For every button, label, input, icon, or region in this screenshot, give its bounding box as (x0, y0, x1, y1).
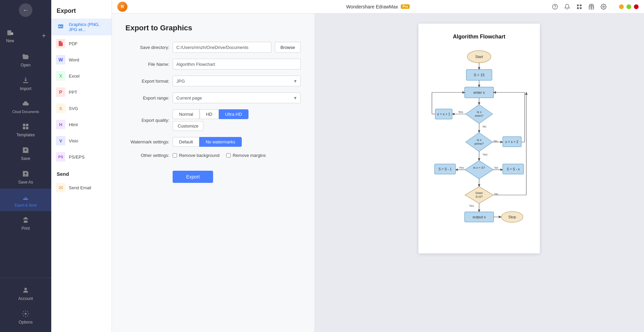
quality-buttons: Normal HD Ultra HD (173, 109, 248, 119)
titlebar: R Wondershare EdrawMax Pro (112, 0, 644, 13)
svg-rect-5 (23, 127, 25, 129)
watermark-none-button[interactable]: No watermarks (199, 137, 241, 147)
svg-text:even?: even? (475, 114, 484, 117)
svg-text:Yes: Yes (458, 110, 463, 114)
apps-icon[interactable] (575, 2, 584, 11)
export-menu-send-email-label: Send Email (69, 185, 91, 190)
sidebar-item-label-print: Print (22, 226, 30, 231)
sidebar-item-save-as[interactable]: AS Save As (0, 165, 51, 189)
svg-text:x = x + 2: x = x + 2 (505, 140, 519, 144)
sidebar: ← New + Open (0, 0, 51, 332)
export-format-wrapper: JPG PNG BMP SVG PDF ▼ (173, 76, 301, 86)
minimize-button[interactable] (619, 4, 624, 9)
save-as-icon: AS (21, 169, 30, 178)
browse-button[interactable]: Browse (275, 42, 301, 53)
export-quality-row: Export quality: Normal HD Ultra HD Custo… (125, 109, 301, 131)
export-menu-svg[interactable]: S SVG (51, 100, 112, 116)
content-body: Export to Graphics Save directory: Brows… (112, 13, 644, 332)
export-menu-pseps[interactable]: PS PS/EPS (51, 149, 112, 165)
import-icon (21, 76, 30, 85)
svg-text:Is x: Is x (477, 138, 482, 142)
pro-badge: Pro (401, 4, 410, 9)
watermark-buttons: Default No watermarks (173, 137, 242, 147)
export-menu-pdf[interactable]: PDF PDF (51, 35, 112, 52)
remove-background-checkbox-label[interactable]: Remove background (173, 153, 219, 158)
export-menu-ppt[interactable]: P PPT (51, 84, 112, 100)
sidebar-item-cloud[interactable]: Cloud Documents (0, 95, 51, 118)
quality-hd-button[interactable]: HD (200, 109, 219, 119)
svg-rect-17 (577, 4, 579, 6)
export-format-label: Export format: (125, 79, 169, 84)
options-icon (21, 309, 30, 319)
sidebar-item-save[interactable]: Save (0, 141, 51, 165)
svg-rect-6 (26, 127, 28, 129)
quality-group: Normal HD Ultra HD Customize (173, 109, 248, 131)
sidebar-item-import[interactable]: Import (0, 72, 51, 95)
remove-margins-checkbox-label[interactable]: Remove margins (226, 153, 266, 158)
svg-text:Yes: Yes (469, 204, 474, 208)
export-range-select[interactable]: Current page All pages Selected (173, 92, 301, 103)
export-menu-send-email[interactable]: ✉ Send Email (51, 179, 112, 196)
sidebar-nav: New + Open Import (0, 20, 51, 238)
send-section-title: Send (51, 165, 112, 179)
svg-point-10 (24, 288, 27, 290)
gift-icon[interactable] (587, 2, 596, 11)
export-menu-word[interactable]: W Word (51, 52, 112, 68)
svg-text:enter x: enter x (473, 90, 485, 94)
sidebar-item-options[interactable]: Options (0, 305, 51, 329)
quality-normal-button[interactable]: Normal (173, 109, 200, 119)
sidebar-item-label-cloud: Cloud Documents (12, 110, 39, 114)
customize-button[interactable]: Customize (173, 121, 203, 131)
export-menu-visio-label: Visio (69, 138, 78, 143)
svg-text:No: No (482, 125, 487, 128)
export-button[interactable]: Export (173, 171, 213, 183)
sidebar-item-export[interactable]: Export & Send (0, 189, 51, 211)
file-name-input[interactable] (173, 59, 301, 70)
export-format-select[interactable]: JPG PNG BMP SVG PDF (173, 76, 301, 86)
svg-text:No: No (494, 166, 498, 169)
main-content: R Wondershare EdrawMax Pro (112, 0, 644, 332)
export-menu-excel[interactable]: X Excel (51, 68, 112, 84)
send-email-icon: ✉ (56, 183, 65, 192)
export-range-row: Export range: Current page All pages Sel… (125, 92, 301, 103)
svg-rect-20 (580, 7, 582, 9)
close-button[interactable] (634, 4, 639, 9)
settings-icon[interactable] (599, 2, 608, 11)
maximize-button[interactable] (626, 4, 631, 9)
sidebar-item-open[interactable]: Open (0, 48, 51, 72)
cloud-icon (21, 99, 30, 109)
svg-text:Is x: Is x (477, 110, 482, 114)
sidebar-item-new[interactable]: New + (0, 24, 51, 48)
bell-icon[interactable] (562, 2, 572, 11)
export-quality-label: Export quality: (125, 118, 169, 123)
file-name-label: File Name: (125, 62, 169, 67)
watermark-default-button[interactable]: Default (173, 137, 199, 147)
remove-background-checkbox[interactable] (173, 153, 177, 158)
other-settings-row: Other settings: Remove background Remove… (125, 153, 301, 158)
svg-rect-4 (26, 124, 28, 126)
sidebar-item-label-options: Options (19, 320, 32, 325)
sidebar-item-label-account: Account (18, 296, 33, 301)
export-menu-html[interactable]: H Html (51, 116, 112, 133)
user-avatar[interactable]: R (117, 2, 127, 12)
export-range-wrapper: Current page All pages Selected ▼ (173, 92, 301, 103)
quality-ultra-hd-button[interactable]: Ultra HD (219, 109, 248, 119)
remove-margins-checkbox[interactable] (226, 153, 231, 158)
help-icon[interactable] (550, 2, 560, 11)
preview-title: Algorithm Flowchart (429, 34, 530, 40)
sidebar-item-templates[interactable]: Templates (0, 118, 51, 141)
sidebar-item-print[interactable]: Print (0, 211, 51, 235)
sidebar-item-account[interactable]: Account (0, 281, 51, 305)
export-menu-visio[interactable]: V Visio (51, 133, 112, 149)
export-range-label: Export range: (125, 95, 169, 101)
svg-text:Stop: Stop (508, 215, 516, 219)
sidebar-item-label-save: Save (21, 156, 30, 161)
export-icon (21, 193, 30, 202)
svg-text:Is x < S?: Is x < S? (473, 166, 485, 169)
toolbar-icons (550, 2, 608, 11)
svg-text:S = S - 1: S = S - 1 (438, 167, 452, 171)
save-directory-input[interactable] (173, 42, 271, 53)
svg-icon: S (56, 104, 65, 113)
export-menu-graphics[interactable]: Graphics (PNG, JPG et... (51, 19, 112, 35)
back-button[interactable]: ← (19, 3, 32, 17)
